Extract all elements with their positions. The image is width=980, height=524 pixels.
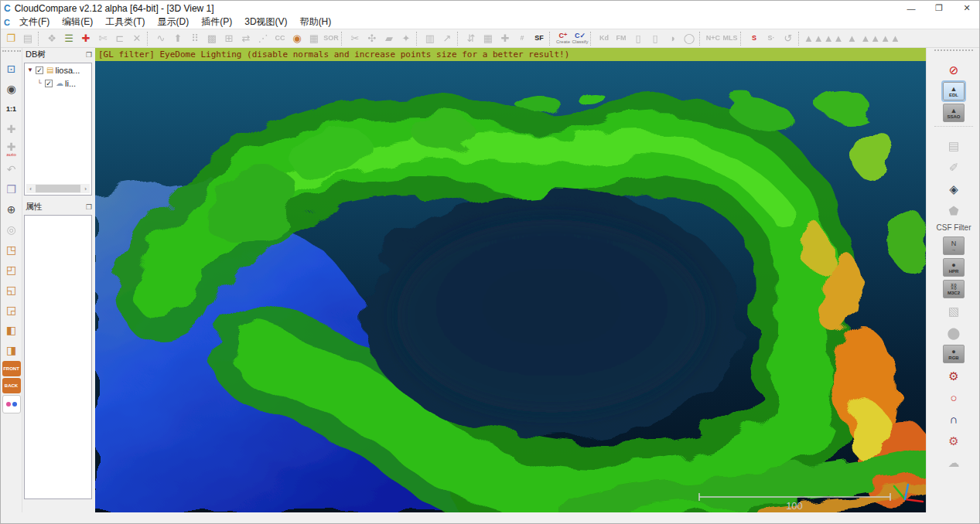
view-right-button[interactable]: ◲: [2, 301, 21, 319]
kd-tree-button[interactable]: Kd: [596, 30, 613, 47]
section-extract-button[interactable]: ↺: [780, 30, 797, 47]
globe-button[interactable]: ◯: [681, 30, 698, 47]
facets-plugin-button[interactable]: ⬟: [944, 201, 964, 219]
edl-filter-button[interactable]: ▲EDL: [943, 82, 965, 100]
set-pivot-button[interactable]: ✚: [2, 120, 21, 138]
poisson-plugin-button[interactable]: ⬤: [944, 323, 964, 342]
ellipser-plugin-button[interactable]: ○: [944, 388, 964, 407]
scroll-right-arrow[interactable]: ›: [81, 185, 90, 192]
point-picking-button[interactable]: ✚: [77, 30, 94, 47]
tree-item-liosa[interactable]: ▼ ▤ liosa...: [25, 63, 91, 77]
snail-tool-button[interactable]: ◉: [289, 30, 306, 47]
twist-icon[interactable]: ▼: [26, 66, 34, 73]
checkbox[interactable]: [36, 66, 43, 74]
zoom-fit-button[interactable]: ◎: [2, 220, 21, 239]
twist-icon[interactable]: └: [36, 80, 43, 87]
zoom-1-1-button[interactable]: 1:1: [2, 100, 21, 118]
fm-button[interactable]: FM: [613, 30, 630, 47]
view-left-button[interactable]: ◱: [2, 281, 21, 299]
menu-tools[interactable]: 工具类(T): [99, 15, 151, 29]
translate-rotate-button[interactable]: ⊏: [111, 30, 128, 47]
canupo-plugin-button[interactable]: ⚙: [944, 366, 964, 385]
float-panel-icon[interactable]: ❐: [86, 51, 92, 59]
delete-button[interactable]: ✕: [128, 30, 145, 47]
menu-file[interactable]: 文件(F): [13, 15, 56, 29]
view-bottom-button[interactable]: ◰: [2, 260, 21, 279]
compass-plugin-1-button[interactable]: ▲▲: [804, 30, 824, 47]
rotate-view-button[interactable]: ↶: [2, 160, 21, 179]
cross-section-button[interactable]: ✣: [364, 30, 381, 47]
menu-plugins[interactable]: 插件(P): [195, 15, 238, 29]
global-zoom-button[interactable]: ⊕: [2, 200, 21, 219]
random-sample-button[interactable]: ⇄: [237, 30, 254, 47]
menu-edit[interactable]: 编辑(E): [56, 15, 99, 29]
gradient-button[interactable]: ↗: [439, 30, 456, 47]
screenshot-button[interactable]: ⊡: [2, 60, 21, 78]
hough-normals-plugin-button[interactable]: ∩: [944, 410, 964, 428]
normals-compute-button[interactable]: N+C: [705, 30, 722, 47]
3d-view[interactable]: [GL filter] EyeDome Lighting (disable no…: [95, 48, 926, 512]
pcv-plugin-button[interactable]: ▧: [944, 301, 964, 320]
canupo-classify-button[interactable]: C✓Classify: [572, 30, 589, 47]
fit-button[interactable]: ⋰: [254, 30, 271, 47]
sor-filter-button[interactable]: SOR: [323, 30, 340, 47]
properties-list-button[interactable]: ☰: [60, 30, 77, 47]
compass-plugin-3-button[interactable]: ▲: [843, 30, 860, 47]
animation-plugin-button[interactable]: ▤: [944, 136, 964, 155]
register-button[interactable]: ∿: [152, 30, 169, 47]
open-button[interactable]: ❐: [2, 30, 19, 47]
camera-settings-button[interactable]: ◉: [2, 80, 21, 98]
ssao-filter-button[interactable]: ▲SSAO: [943, 104, 965, 122]
compass-plugin-4-button[interactable]: ▲▲: [860, 30, 880, 47]
shp-export-button[interactable]: ▯: [630, 30, 647, 47]
sf-color-scale-button[interactable]: SF: [531, 30, 548, 47]
fine-align-button[interactable]: ⬆: [169, 30, 186, 47]
noise-filter-button[interactable]: ▩: [203, 30, 220, 47]
scrollbar-thumb[interactable]: [36, 185, 80, 192]
point-cloud-render[interactable]: 100: [95, 61, 926, 512]
no-gl-filter-button[interactable]: ⊘: [944, 60, 964, 79]
view-iso1-button[interactable]: ◧: [2, 321, 21, 339]
view-top-button[interactable]: ◳: [2, 240, 21, 259]
spline-button[interactable]: S: [746, 30, 763, 47]
virtual-broom-plugin-button[interactable]: ☁: [944, 453, 964, 471]
view-back-button[interactable]: BACK: [2, 378, 21, 393]
spline-fit-button[interactable]: S·: [763, 30, 780, 47]
facets-button[interactable]: ◑: [664, 30, 681, 47]
save-button[interactable]: ▤: [19, 30, 36, 47]
scissors-button[interactable]: ✂: [347, 30, 364, 47]
view-front-button[interactable]: FRONT: [2, 361, 21, 376]
cloud-cloud-dist-button[interactable]: CC: [271, 30, 289, 47]
auto-pivot-button[interactable]: ✚auto: [2, 140, 21, 158]
tree-horizontal-scrollbar[interactable]: ‹ ›: [26, 184, 90, 193]
segment-button[interactable]: ✄: [94, 30, 111, 47]
histogram-button[interactable]: ▥: [422, 30, 439, 47]
perspective-button[interactable]: ❒: [2, 180, 21, 199]
m3c2-plugin-button[interactable]: ⛓M3C2: [943, 280, 965, 298]
colorimetric-plugin-button[interactable]: ●RGB: [943, 345, 965, 363]
normals-plugin-button[interactable]: N→: [943, 236, 965, 255]
ransac-plugin-button[interactable]: ⚙: [944, 431, 964, 450]
mls-smoothing-button[interactable]: MLS: [722, 30, 739, 47]
checker-compare-button[interactable]: ▦: [306, 30, 323, 47]
checkbox[interactable]: [45, 80, 53, 87]
close-button[interactable]: ✕: [953, 1, 980, 15]
menu-3dview[interactable]: 3D视图(V): [238, 15, 293, 29]
compass-plugin-2-button[interactable]: ▲▲: [824, 30, 844, 47]
restore-button[interactable]: ❐: [925, 1, 953, 15]
csv-export-button[interactable]: ▯: [647, 30, 664, 47]
filter-by-value-button[interactable]: ▦: [480, 30, 497, 47]
compass-plugin-5-button[interactable]: ▲▲: [880, 30, 900, 47]
tree-item-li[interactable]: └ ☁ li...: [25, 77, 91, 90]
float-panel-icon[interactable]: ❐: [86, 203, 92, 211]
compass-plugin-button[interactable]: ◈: [944, 179, 964, 198]
sf-minmax-button[interactable]: ⇵: [463, 30, 480, 47]
trace-polyline-button[interactable]: ✦: [398, 30, 415, 47]
view-iso2-button[interactable]: ◨: [2, 341, 21, 359]
hpr-plugin-button[interactable]: ●HPR: [943, 258, 965, 277]
sf-arithmetic-button[interactable]: #: [514, 30, 531, 47]
menu-help[interactable]: 帮助(H): [294, 15, 338, 29]
stereo-mode-button[interactable]: [2, 395, 21, 413]
menu-display[interactable]: 显示(D): [152, 15, 196, 29]
scroll-left-arrow[interactable]: ‹: [26, 185, 35, 192]
